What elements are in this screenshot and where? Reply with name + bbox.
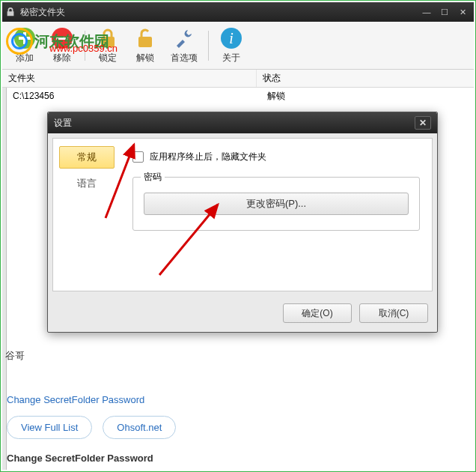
tab-language[interactable]: 语言 bbox=[59, 173, 115, 194]
ohsoft-link[interactable]: Ohsoft.net bbox=[103, 416, 176, 439]
lock-label: 锁定 bbox=[99, 52, 117, 64]
lock-open-icon bbox=[133, 26, 157, 50]
checkbox-icon[interactable] bbox=[132, 151, 144, 163]
columns-header: 文件夹 状态 bbox=[2, 70, 474, 88]
cell-path: C:\123456 bbox=[7, 91, 261, 101]
toolbar: 河东软件园 www.pc0359.cn 添加 移除 锁定 解锁 首选项 i 关于 bbox=[2, 22, 474, 70]
ok-button[interactable]: 确定(O) bbox=[283, 303, 352, 323]
info-icon: i bbox=[219, 26, 243, 50]
remove-button[interactable]: 移除 bbox=[44, 25, 80, 66]
add-label: 添加 bbox=[16, 52, 34, 64]
dialog-title: 设置 bbox=[54, 117, 415, 130]
toolbar-separator bbox=[85, 31, 85, 61]
truncated-text: 谷哥 bbox=[5, 349, 25, 363]
remove-label: 移除 bbox=[53, 52, 71, 64]
link-change-password[interactable]: Change SecretFolder Password bbox=[7, 394, 469, 405]
close-button[interactable]: ✕ bbox=[454, 6, 471, 18]
password-legend: 密码 bbox=[141, 171, 165, 184]
plus-icon bbox=[13, 26, 37, 50]
about-button[interactable]: i 关于 bbox=[213, 25, 249, 66]
minimize-button[interactable]: — bbox=[418, 6, 435, 18]
lock-icon bbox=[5, 7, 16, 17]
about-label: 关于 bbox=[222, 52, 240, 64]
heading-change-password: Change SecretFolder Password bbox=[7, 453, 469, 464]
lock-closed-icon bbox=[96, 26, 120, 50]
change-password-button[interactable]: 更改密码(P)... bbox=[144, 193, 409, 215]
toolbar-separator bbox=[208, 31, 209, 61]
settings-dialog: 设置 ✕ 常规 语言 应用程序终止后，隐藏文件夹 密码 更改密码(P)... 确… bbox=[47, 112, 438, 333]
column-folder[interactable]: 文件夹 bbox=[2, 70, 257, 87]
table-row[interactable]: C:\123456 解锁 bbox=[7, 88, 474, 104]
window-title: 秘密文件夹 bbox=[20, 6, 418, 19]
password-fieldset: 密码 更改密码(P)... bbox=[132, 177, 420, 231]
maximize-button[interactable]: ☐ bbox=[436, 6, 453, 18]
tools-icon bbox=[172, 26, 196, 50]
hide-after-exit-row[interactable]: 应用程序终止后，隐藏文件夹 bbox=[132, 151, 420, 163]
window-controls: — ☐ ✕ bbox=[418, 6, 471, 18]
tab-pane-general: 应用程序终止后，隐藏文件夹 密码 更改密码(P)... bbox=[120, 139, 432, 291]
svg-rect-3 bbox=[138, 37, 152, 47]
unlock-button[interactable]: 解锁 bbox=[127, 25, 163, 66]
column-status[interactable]: 状态 bbox=[257, 70, 474, 87]
lock-button[interactable]: 锁定 bbox=[90, 25, 126, 66]
cancel-button[interactable]: 取消(C) bbox=[359, 303, 428, 323]
add-button[interactable]: 添加 bbox=[7, 25, 43, 66]
prefs-label: 首选项 bbox=[171, 52, 198, 64]
hide-after-exit-label: 应用程序终止后，隐藏文件夹 bbox=[150, 151, 266, 163]
svg-rect-2 bbox=[101, 37, 115, 47]
dialog-titlebar: 设置 ✕ bbox=[48, 112, 437, 133]
cell-status: 解锁 bbox=[261, 90, 474, 103]
tab-list: 常规 语言 bbox=[53, 139, 120, 291]
view-full-list-button[interactable]: View Full List bbox=[7, 416, 92, 439]
prefs-button[interactable]: 首选项 bbox=[165, 25, 204, 66]
minus-icon bbox=[50, 26, 74, 50]
unlock-label: 解锁 bbox=[136, 52, 154, 64]
tab-general[interactable]: 常规 bbox=[59, 146, 115, 169]
dialog-close-button[interactable]: ✕ bbox=[415, 116, 431, 130]
titlebar: 秘密文件夹 — ☐ ✕ bbox=[2, 2, 474, 22]
svg-text:i: i bbox=[229, 30, 234, 46]
dialog-body: 常规 语言 应用程序终止后，隐藏文件夹 密码 更改密码(P)... bbox=[52, 138, 433, 291]
dialog-footer: 确定(O) 取消(C) bbox=[48, 296, 437, 332]
page-footer: Change SecretFolder Password View Full L… bbox=[7, 385, 469, 464]
